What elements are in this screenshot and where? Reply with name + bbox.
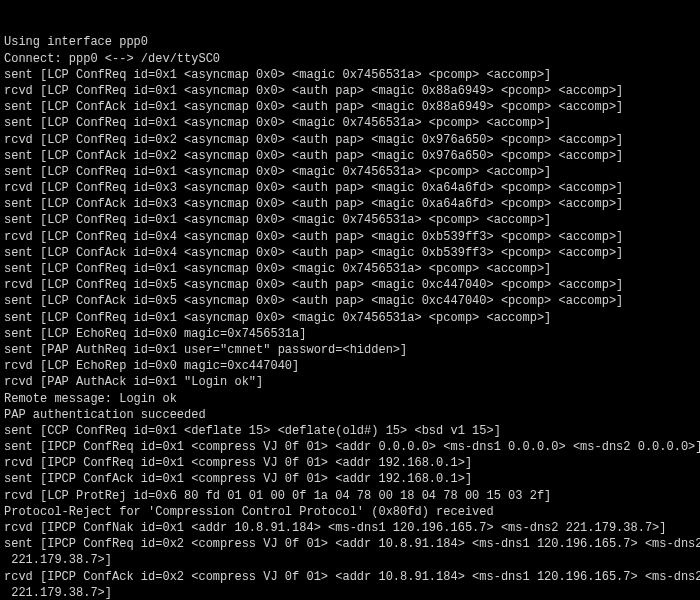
log-line: sent [LCP ConfAck id=0x3 <asyncmap 0x0> … [4,196,696,212]
log-line: sent [PAP AuthReq id=0x1 user="cmnet" pa… [4,342,696,358]
log-line: sent [LCP ConfAck id=0x2 <asyncmap 0x0> … [4,148,696,164]
log-line: rcvd [LCP ConfReq id=0x2 <asyncmap 0x0> … [4,132,696,148]
log-line: 221.179.38.7>] [4,552,696,568]
log-line: rcvd [LCP ConfReq id=0x5 <asyncmap 0x0> … [4,277,696,293]
log-line: rcvd [LCP ConfReq id=0x3 <asyncmap 0x0> … [4,180,696,196]
log-line: sent [LCP ConfReq id=0x1 <asyncmap 0x0> … [4,164,696,180]
log-line: sent [LCP ConfReq id=0x1 <asyncmap 0x0> … [4,67,696,83]
log-line: Using interface ppp0 [4,34,696,50]
log-line: sent [CCP ConfReq id=0x1 <deflate 15> <d… [4,423,696,439]
log-line: sent [IPCP ConfReq id=0x2 <compress VJ 0… [4,536,696,552]
log-line: rcvd [LCP ProtRej id=0x6 80 fd 01 01 00 … [4,488,696,504]
log-line: sent [LCP ConfAck id=0x4 <asyncmap 0x0> … [4,245,696,261]
log-line: Connect: ppp0 <--> /dev/ttySC0 [4,51,696,67]
terminal-output: Using interface ppp0Connect: ppp0 <--> /… [0,0,700,600]
log-line: sent [IPCP ConfReq id=0x1 <compress VJ 0… [4,439,696,455]
log-line: rcvd [IPCP ConfNak id=0x1 <addr 10.8.91.… [4,520,696,536]
log-line: sent [LCP ConfAck id=0x1 <asyncmap 0x0> … [4,99,696,115]
log-line: rcvd [IPCP ConfReq id=0x1 <compress VJ 0… [4,455,696,471]
log-line: sent [LCP ConfReq id=0x1 <asyncmap 0x0> … [4,212,696,228]
log-line: Remote message: Login ok [4,391,696,407]
log-line: sent [IPCP ConfAck id=0x1 <compress VJ 0… [4,471,696,487]
log-line: rcvd [LCP ConfReq id=0x4 <asyncmap 0x0> … [4,229,696,245]
log-line: sent [LCP ConfReq id=0x1 <asyncmap 0x0> … [4,115,696,131]
log-line: sent [LCP ConfAck id=0x5 <asyncmap 0x0> … [4,293,696,309]
log-line: 221.179.38.7>] [4,585,696,600]
log-line: Protocol-Reject for 'Compression Control… [4,504,696,520]
log-line: rcvd [LCP ConfReq id=0x1 <asyncmap 0x0> … [4,83,696,99]
log-line: rcvd [PAP AuthAck id=0x1 "Login ok"] [4,374,696,390]
log-line: rcvd [LCP EchoRep id=0x0 magic=0xc447040… [4,358,696,374]
log-line: sent [LCP ConfReq id=0x1 <asyncmap 0x0> … [4,310,696,326]
log-line: PAP authentication succeeded [4,407,696,423]
log-line: sent [LCP EchoReq id=0x0 magic=0x7456531… [4,326,696,342]
log-line: sent [LCP ConfReq id=0x1 <asyncmap 0x0> … [4,261,696,277]
log-line: rcvd [IPCP ConfAck id=0x2 <compress VJ 0… [4,569,696,585]
